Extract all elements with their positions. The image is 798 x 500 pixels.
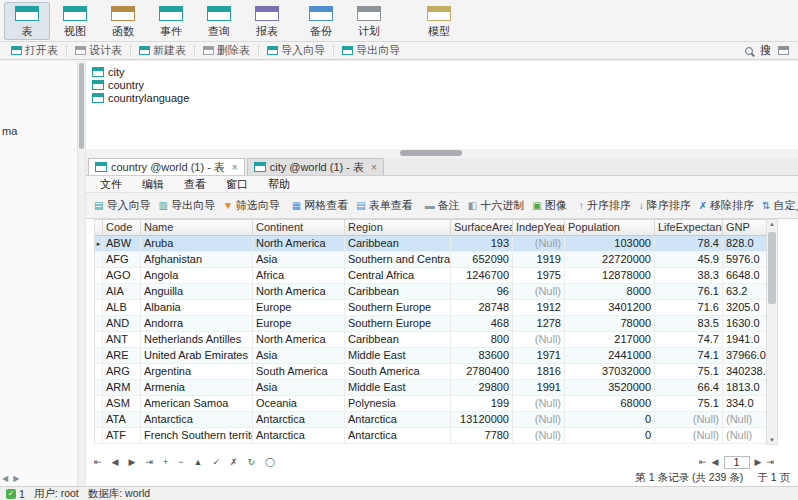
cell-continent[interactable]: Antarctica — [253, 428, 345, 443]
cell-indepyear[interactable]: 1912 — [513, 300, 565, 315]
cell-surfacearea[interactable]: 468 — [451, 316, 513, 331]
connection-sidebar[interactable]: ma ◀ ▶ — [0, 61, 78, 486]
open-table-button[interactable]: 打开表 — [5, 43, 64, 58]
cell-region[interactable]: Central Africa — [345, 268, 451, 283]
cell-code[interactable]: ABW — [103, 236, 141, 251]
grid-view-button[interactable]: ▦网格查看 — [288, 196, 352, 216]
scrollbar-thumb[interactable] — [768, 232, 776, 304]
cell-gnp[interactable]: (Null) — [723, 412, 767, 427]
cell-population[interactable]: 37032000 — [565, 364, 655, 379]
cell-surfacearea[interactable]: 652090 — [451, 252, 513, 267]
cell-code[interactable]: AND — [103, 316, 141, 331]
cell-surfacearea[interactable]: 800 — [451, 332, 513, 347]
cell-population[interactable]: 12878000 — [565, 268, 655, 283]
cell-code[interactable]: ARE — [103, 348, 141, 363]
design-table-button[interactable]: 设计表 — [69, 43, 128, 58]
cell-gnp[interactable]: (Null) — [723, 428, 767, 443]
table-row[interactable]: AREUnited Arab EmiratesAsiaMiddle East83… — [95, 348, 766, 364]
table-row[interactable]: AGOAngolaAfricaCentral Africa12467001975… — [95, 268, 766, 284]
stop-icon[interactable]: ◯ — [265, 457, 275, 467]
refresh-icon[interactable]: ↻ — [247, 457, 255, 467]
ribbon-item-models[interactable]: 模型 — [416, 2, 462, 40]
table-row[interactable]: ALBAlbaniaEuropeSouthern Europe287481912… — [95, 300, 766, 316]
cell-name[interactable]: American Samoa — [141, 396, 253, 411]
ribbon-item-backups[interactable]: 备份 — [298, 2, 344, 40]
cell-indepyear[interactable]: (Null) — [513, 412, 565, 427]
hex-view-button[interactable]: ◧十六进制 — [464, 196, 528, 216]
tab-city[interactable]: city @world (1) - 表× — [247, 158, 384, 175]
cell-code[interactable]: ARG — [103, 364, 141, 379]
cell-region[interactable]: Middle East — [345, 380, 451, 395]
cell-population[interactable]: 0 — [565, 412, 655, 427]
cell-gnp[interactable]: 63.2 — [723, 284, 767, 299]
cell-lifeexpectancy[interactable]: (Null) — [655, 428, 723, 443]
table-row[interactable]: ARGArgentinaSouth AmericaSouth America27… — [95, 364, 766, 380]
memo-view-button[interactable]: ▬备注 — [421, 196, 464, 216]
filter-wizard-button[interactable]: ▼筛选向导 — [219, 196, 284, 216]
cell-name[interactable]: French Southern territories — [141, 428, 253, 443]
cell-lifeexpectancy[interactable]: 74.7 — [655, 332, 723, 347]
cell-region[interactable]: Caribbean — [345, 284, 451, 299]
cell-gnp[interactable]: 1941.0 — [723, 332, 767, 347]
first-record-icon[interactable]: ⇤ — [94, 457, 102, 467]
last-page-icon[interactable]: ⇥ — [766, 457, 774, 467]
column-header-gnp[interactable]: GNP — [723, 220, 767, 235]
cell-lifeexpectancy[interactable]: 45.9 — [655, 252, 723, 267]
cell-population[interactable]: 22720000 — [565, 252, 655, 267]
column-header-region[interactable]: Region — [345, 220, 451, 235]
cell-surfacearea[interactable]: 2780400 — [451, 364, 513, 379]
menu-item-view[interactable]: 查看 — [174, 177, 216, 192]
cell-gnp[interactable]: 5976.0 — [723, 252, 767, 267]
column-header-name[interactable]: Name — [141, 220, 253, 235]
cell-surfacearea[interactable]: 199 — [451, 396, 513, 411]
cell-name[interactable]: Anguilla — [141, 284, 253, 299]
scroll-up-icon[interactable]: ▲ — [767, 221, 777, 227]
tab-country[interactable]: country @world (1) - 表× — [88, 158, 245, 175]
search-icon[interactable] — [745, 47, 753, 55]
new-table-button[interactable]: 新建表 — [133, 43, 192, 58]
table-row[interactable]: ATAAntarcticaAntarcticaAntarctica1312000… — [95, 412, 766, 428]
page-number-input[interactable]: 1 — [724, 456, 750, 469]
cell-region[interactable]: Southern and Central Asia — [345, 252, 451, 267]
cell-code[interactable]: ARM — [103, 380, 141, 395]
cell-gnp[interactable]: 1630.0 — [723, 316, 767, 331]
ribbon-item-events[interactable]: 事件 — [148, 2, 194, 40]
remove-sort-button[interactable]: ✗移除排序 — [695, 196, 758, 216]
cell-surfacearea[interactable]: 29800 — [451, 380, 513, 395]
sidebar-scrollbar[interactable]: ◀ ▶ — [2, 474, 19, 483]
custom-sort-button[interactable]: ⇅自定义排序 — [758, 196, 798, 216]
cell-population[interactable]: 78000 — [565, 316, 655, 331]
cell-lifeexpectancy[interactable]: 74.1 — [655, 348, 723, 363]
cell-name[interactable]: United Arab Emirates — [141, 348, 253, 363]
cell-gnp[interactable]: 1813.0 — [723, 380, 767, 395]
cell-continent[interactable]: Asia — [253, 252, 345, 267]
next-record-icon[interactable]: ▶ — [128, 457, 135, 467]
cell-indepyear[interactable]: 1975 — [513, 268, 565, 283]
cell-name[interactable]: Afghanistan — [141, 252, 253, 267]
cell-lifeexpectancy[interactable]: 75.1 — [655, 364, 723, 379]
scrollbar-thumb[interactable] — [400, 150, 462, 156]
column-header-indepyear[interactable]: IndepYear — [513, 220, 565, 235]
cell-continent[interactable]: North America — [253, 284, 345, 299]
cell-name[interactable]: Andorra — [141, 316, 253, 331]
cell-name[interactable]: Albania — [141, 300, 253, 315]
cell-gnp[interactable]: 37966.0 — [723, 348, 767, 363]
export-wizard-button[interactable]: 导出向导 — [336, 43, 406, 58]
cell-surfacearea[interactable]: 13120000 — [451, 412, 513, 427]
cell-population[interactable]: 3520000 — [565, 380, 655, 395]
cell-continent[interactable]: South America — [253, 364, 345, 379]
object-list-horizontal-scrollbar[interactable] — [86, 149, 798, 158]
form-view-button[interactable]: ▤表单查看 — [352, 196, 416, 216]
sidebar-item-partial[interactable]: ma — [2, 125, 17, 137]
cell-indepyear[interactable]: (Null) — [513, 236, 565, 251]
notification-badge[interactable]: ✓ 1 — [6, 488, 25, 500]
cell-population[interactable]: 8000 — [565, 284, 655, 299]
cell-indepyear[interactable]: 1971 — [513, 348, 565, 363]
menu-item-help[interactable]: 帮助 — [258, 177, 300, 192]
cell-population[interactable]: 217000 — [565, 332, 655, 347]
prev-record-icon[interactable]: ◀ — [112, 457, 119, 467]
cell-name[interactable]: Argentina — [141, 364, 253, 379]
cell-name[interactable]: Antarctica — [141, 412, 253, 427]
ribbon-item-views[interactable]: 视图 — [52, 2, 98, 40]
column-header-continent[interactable]: Continent — [253, 220, 345, 235]
